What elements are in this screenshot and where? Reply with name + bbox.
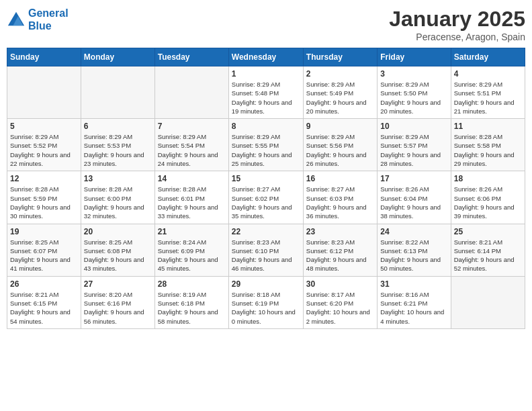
calendar-cell: 31Sunrise: 8:16 AMSunset: 6:21 PMDayligh… <box>378 276 451 328</box>
calendar-cell: 5Sunrise: 8:29 AMSunset: 5:52 PMDaylight… <box>7 119 81 171</box>
day-detail: Sunrise: 8:17 AMSunset: 6:20 PMDaylight:… <box>306 290 374 326</box>
calendar-cell: 9Sunrise: 8:29 AMSunset: 5:56 PMDaylight… <box>303 119 377 171</box>
calendar-cell <box>7 66 81 119</box>
calendar-week-row: 26Sunrise: 8:21 AMSunset: 6:15 PMDayligh… <box>7 276 525 328</box>
calendar-week-row: 1Sunrise: 8:29 AMSunset: 5:48 PMDaylight… <box>7 66 525 119</box>
calendar-cell <box>154 66 228 119</box>
calendar-table: SundayMondayTuesdayWednesdayThursdayFrid… <box>7 48 525 329</box>
day-number: 20 <box>84 227 152 236</box>
calendar-cell: 11Sunrise: 8:28 AMSunset: 5:58 PMDayligh… <box>451 119 525 171</box>
calendar-cell: 8Sunrise: 8:29 AMSunset: 5:55 PMDaylight… <box>228 119 303 171</box>
day-number: 15 <box>232 174 300 183</box>
calendar-cell: 22Sunrise: 8:23 AMSunset: 6:10 PMDayligh… <box>228 224 303 276</box>
day-detail: Sunrise: 8:28 AMSunset: 5:58 PMDaylight:… <box>454 132 522 168</box>
calendar-title: January 2025 <box>389 7 525 32</box>
day-detail: Sunrise: 8:29 AMSunset: 5:57 PMDaylight:… <box>380 132 447 168</box>
logo-text: General Blue <box>28 7 69 32</box>
day-number: 12 <box>10 174 78 183</box>
logo-icon <box>7 10 26 29</box>
day-number: 2 <box>306 69 374 79</box>
calendar-cell: 15Sunrise: 8:27 AMSunset: 6:02 PMDayligh… <box>228 171 303 224</box>
calendar-cell: 23Sunrise: 8:23 AMSunset: 6:12 PMDayligh… <box>303 224 377 276</box>
day-number: 5 <box>10 122 78 131</box>
day-number: 28 <box>158 279 226 289</box>
day-detail: Sunrise: 8:29 AMSunset: 5:52 PMDaylight:… <box>10 132 78 168</box>
calendar-cell: 7Sunrise: 8:29 AMSunset: 5:54 PMDaylight… <box>154 119 228 171</box>
day-detail: Sunrise: 8:23 AMSunset: 6:12 PMDaylight:… <box>306 238 374 273</box>
day-number: 3 <box>380 69 447 79</box>
day-detail: Sunrise: 8:29 AMSunset: 5:55 PMDaylight:… <box>232 132 300 168</box>
day-detail: Sunrise: 8:26 AMSunset: 6:04 PMDaylight:… <box>380 185 447 220</box>
day-number: 18 <box>454 174 522 183</box>
day-detail: Sunrise: 8:27 AMSunset: 6:03 PMDaylight:… <box>306 185 374 220</box>
calendar-cell: 10Sunrise: 8:29 AMSunset: 5:57 PMDayligh… <box>378 119 451 171</box>
day-number: 13 <box>84 174 152 183</box>
calendar-cell <box>451 276 525 328</box>
day-detail: Sunrise: 8:23 AMSunset: 6:10 PMDaylight:… <box>232 238 300 273</box>
day-detail: Sunrise: 8:29 AMSunset: 5:50 PMDaylight:… <box>380 80 447 116</box>
calendar-subtitle: Peracense, Aragon, Spain <box>389 32 525 42</box>
calendar-cell: 1Sunrise: 8:29 AMSunset: 5:48 PMDaylight… <box>228 66 303 119</box>
weekday-header: Thursday <box>303 48 377 66</box>
day-number: 21 <box>158 227 226 236</box>
day-detail: Sunrise: 8:21 AMSunset: 6:15 PMDaylight:… <box>10 290 78 326</box>
day-number: 16 <box>306 174 374 183</box>
day-detail: Sunrise: 8:29 AMSunset: 5:48 PMDaylight:… <box>232 80 300 116</box>
logo-line2: Blue <box>28 20 52 32</box>
calendar-cell: 16Sunrise: 8:27 AMSunset: 6:03 PMDayligh… <box>303 171 377 224</box>
day-detail: Sunrise: 8:24 AMSunset: 6:09 PMDaylight:… <box>158 238 226 273</box>
day-number: 6 <box>84 122 152 131</box>
logo: General Blue <box>7 7 69 32</box>
title-block: January 2025 Peracense, Aragon, Spain <box>389 7 525 42</box>
day-detail: Sunrise: 8:28 AMSunset: 6:01 PMDaylight:… <box>158 185 226 220</box>
calendar-cell: 20Sunrise: 8:25 AMSunset: 6:08 PMDayligh… <box>81 224 154 276</box>
day-detail: Sunrise: 8:19 AMSunset: 6:18 PMDaylight:… <box>158 290 226 326</box>
day-number: 30 <box>306 279 374 289</box>
day-number: 11 <box>454 122 522 131</box>
weekday-header: Tuesday <box>154 48 228 66</box>
calendar-cell: 17Sunrise: 8:26 AMSunset: 6:04 PMDayligh… <box>378 171 451 224</box>
header: General Blue January 2025 Peracense, Ara… <box>7 7 525 42</box>
calendar-cell: 30Sunrise: 8:17 AMSunset: 6:20 PMDayligh… <box>303 276 377 328</box>
day-detail: Sunrise: 8:28 AMSunset: 5:59 PMDaylight:… <box>10 185 78 220</box>
day-number: 26 <box>10 279 78 289</box>
calendar-cell: 4Sunrise: 8:29 AMSunset: 5:51 PMDaylight… <box>451 66 525 119</box>
calendar-cell: 18Sunrise: 8:26 AMSunset: 6:06 PMDayligh… <box>451 171 525 224</box>
day-detail: Sunrise: 8:27 AMSunset: 6:02 PMDaylight:… <box>232 185 300 220</box>
day-number: 29 <box>232 279 300 289</box>
calendar-cell: 28Sunrise: 8:19 AMSunset: 6:18 PMDayligh… <box>154 276 228 328</box>
day-detail: Sunrise: 8:22 AMSunset: 6:13 PMDaylight:… <box>380 238 447 273</box>
day-detail: Sunrise: 8:18 AMSunset: 6:19 PMDaylight:… <box>232 290 300 326</box>
day-number: 9 <box>306 122 374 131</box>
day-detail: Sunrise: 8:25 AMSunset: 6:07 PMDaylight:… <box>10 238 78 273</box>
weekday-header: Friday <box>378 48 451 66</box>
calendar-cell: 25Sunrise: 8:21 AMSunset: 6:14 PMDayligh… <box>451 224 525 276</box>
day-number: 31 <box>380 279 447 289</box>
calendar-cell: 19Sunrise: 8:25 AMSunset: 6:07 PMDayligh… <box>7 224 81 276</box>
day-number: 23 <box>306 227 374 236</box>
day-detail: Sunrise: 8:20 AMSunset: 6:16 PMDaylight:… <box>84 290 152 326</box>
day-number: 25 <box>454 227 522 236</box>
weekday-header: Wednesday <box>228 48 303 66</box>
day-number: 1 <box>232 69 300 79</box>
day-number: 22 <box>232 227 300 236</box>
calendar-cell: 2Sunrise: 8:29 AMSunset: 5:49 PMDaylight… <box>303 66 377 119</box>
day-detail: Sunrise: 8:26 AMSunset: 6:06 PMDaylight:… <box>454 185 522 220</box>
day-detail: Sunrise: 8:29 AMSunset: 5:53 PMDaylight:… <box>84 132 152 168</box>
weekday-header: Monday <box>81 48 154 66</box>
day-number: 4 <box>454 69 522 79</box>
page: General Blue January 2025 Peracense, Ara… <box>0 0 532 411</box>
calendar-cell: 29Sunrise: 8:18 AMSunset: 6:19 PMDayligh… <box>228 276 303 328</box>
day-number: 8 <box>232 122 300 131</box>
day-number: 14 <box>158 174 226 183</box>
day-detail: Sunrise: 8:29 AMSunset: 5:51 PMDaylight:… <box>454 80 522 116</box>
day-detail: Sunrise: 8:29 AMSunset: 5:56 PMDaylight:… <box>306 132 374 168</box>
calendar-week-row: 19Sunrise: 8:25 AMSunset: 6:07 PMDayligh… <box>7 224 525 276</box>
day-detail: Sunrise: 8:29 AMSunset: 5:49 PMDaylight:… <box>306 80 374 116</box>
calendar-week-row: 5Sunrise: 8:29 AMSunset: 5:52 PMDaylight… <box>7 119 525 171</box>
day-number: 27 <box>84 279 152 289</box>
calendar-cell: 24Sunrise: 8:22 AMSunset: 6:13 PMDayligh… <box>378 224 451 276</box>
calendar-cell: 3Sunrise: 8:29 AMSunset: 5:50 PMDaylight… <box>378 66 451 119</box>
logo-line1: General <box>28 7 69 19</box>
day-detail: Sunrise: 8:28 AMSunset: 6:00 PMDaylight:… <box>84 185 152 220</box>
